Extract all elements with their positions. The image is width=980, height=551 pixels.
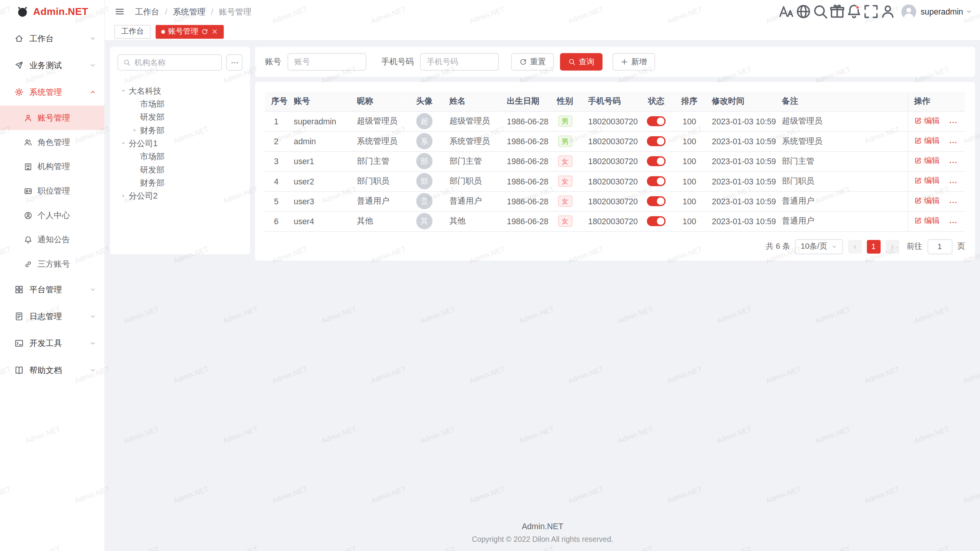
edit-button[interactable]: 编辑 xyxy=(914,176,940,186)
row-more-button[interactable] xyxy=(949,158,957,167)
row-more-button[interactable] xyxy=(949,218,957,227)
tree-node-7[interactable]: 财务部 xyxy=(118,176,243,189)
page-size-select[interactable]: 10条/页 xyxy=(795,239,843,254)
cell-actions: 编辑 xyxy=(908,171,965,191)
sidebar-subitem-2-0[interactable]: 账号管理 xyxy=(0,106,105,130)
tab-1[interactable]: 账号管理 xyxy=(156,24,224,38)
sidebar-subitem-2-5[interactable]: 通知公告 xyxy=(0,227,105,252)
sidebar-subitem-2-6[interactable]: 三方账号 xyxy=(0,252,105,276)
chevron-down-icon xyxy=(89,62,96,69)
goto-page-input[interactable] xyxy=(927,239,952,254)
cell-actions: 编辑 xyxy=(908,111,965,131)
row-more-button[interactable] xyxy=(949,178,957,187)
row-more-button[interactable] xyxy=(949,118,957,127)
sidebar-subitem-2-4[interactable]: 个人中心 xyxy=(0,203,105,228)
fullscreen-icon[interactable] xyxy=(862,3,879,20)
status-toggle[interactable] xyxy=(647,216,666,226)
tree-node-5[interactable]: 市场部 xyxy=(118,150,243,163)
row-more-button[interactable] xyxy=(949,138,957,147)
status-toggle[interactable] xyxy=(647,116,666,126)
caret-down-icon[interactable] xyxy=(119,86,127,95)
breadcrumb-item[interactable]: 账号管理 xyxy=(219,6,252,17)
tabs-bar: 工作台账号管理 xyxy=(105,23,980,41)
account-input[interactable] xyxy=(287,53,366,71)
breadcrumb-item[interactable]: 工作台 xyxy=(135,6,160,17)
sidebar-item-5[interactable]: 开发工具 xyxy=(0,330,105,357)
sidebar-item-6[interactable]: 帮助文档 xyxy=(0,357,105,383)
tree-node-2[interactable]: 研发部 xyxy=(118,111,243,124)
caret-right-icon[interactable] xyxy=(130,126,139,135)
breadcrumb-item[interactable]: 系统管理 xyxy=(173,6,206,17)
cell-sort: 100 xyxy=(673,131,706,151)
edit-button[interactable]: 编辑 xyxy=(914,215,940,226)
cell-index: 5 xyxy=(265,191,287,211)
row-more-button[interactable] xyxy=(949,198,957,207)
help-icon xyxy=(15,365,24,375)
gear-icon xyxy=(15,88,24,97)
edit-button[interactable]: 编辑 xyxy=(914,155,940,166)
cell-sort: 100 xyxy=(673,111,706,131)
tree-node-label: 市场部 xyxy=(140,151,165,162)
add-button[interactable]: 新增 xyxy=(612,53,655,71)
query-button[interactable]: 查询 xyxy=(560,53,603,71)
reset-button[interactable]: 重置 xyxy=(511,53,554,71)
caret-right-icon[interactable] xyxy=(119,191,127,200)
chevron-down-icon xyxy=(89,367,96,373)
sidebar-item-2[interactable]: 系统管理 xyxy=(0,79,105,106)
column-header: 修改时间 xyxy=(706,92,776,111)
cell-remark: 系统管理员 xyxy=(776,131,907,151)
next-page-button[interactable] xyxy=(885,240,899,253)
status-toggle[interactable] xyxy=(647,176,666,186)
gender-tag: 男 xyxy=(558,116,572,127)
close-icon[interactable] xyxy=(211,28,218,35)
column-header: 状态 xyxy=(639,92,673,111)
org-more-button[interactable] xyxy=(226,54,242,70)
prev-page-button[interactable] xyxy=(848,240,862,253)
sidebar-item-1[interactable]: 业务测试 xyxy=(0,52,105,79)
sidebar-subitem-2-1[interactable]: 角色管理 xyxy=(0,130,105,155)
column-header: 账号 xyxy=(287,92,351,111)
status-toggle[interactable] xyxy=(647,196,666,206)
sidebar-subitem-2-3[interactable]: 职位管理 xyxy=(0,179,105,203)
devtools-icon xyxy=(15,339,24,348)
tree-node-6[interactable]: 研发部 xyxy=(118,163,243,176)
column-header: 备注 xyxy=(776,92,907,111)
app-logo[interactable]: Admin.NET xyxy=(0,0,105,23)
tree-node-4[interactable]: 分公司1 xyxy=(118,137,243,150)
tree-node-0[interactable]: 大名科技 xyxy=(118,84,243,97)
bell-icon[interactable] xyxy=(846,3,862,20)
language-icon[interactable] xyxy=(795,3,812,20)
tree-node-3[interactable]: 财务部 xyxy=(118,124,243,137)
cell-birthday: 1986-06-28 xyxy=(501,191,548,211)
theme-icon[interactable] xyxy=(829,3,846,20)
tree-node-1[interactable]: 市场部 xyxy=(118,98,243,111)
edit-icon xyxy=(914,177,922,185)
sidebar-subitem-2-2[interactable]: 机构管理 xyxy=(0,154,105,179)
row-avatar: 其 xyxy=(416,213,432,229)
user-icon[interactable] xyxy=(879,3,896,20)
username[interactable]: superadmin xyxy=(921,7,963,16)
refresh-icon[interactable] xyxy=(201,28,208,35)
sidebar-item-4[interactable]: 日志管理 xyxy=(0,303,105,330)
edit-button[interactable]: 编辑 xyxy=(914,116,940,126)
sidebar-item-3[interactable]: 平台管理 xyxy=(0,276,105,303)
edit-icon xyxy=(914,117,922,125)
search-icon[interactable] xyxy=(812,3,829,20)
status-toggle[interactable] xyxy=(647,136,666,146)
tab-0[interactable]: 工作台 xyxy=(114,24,151,38)
user-chevron-down-icon[interactable] xyxy=(965,8,972,15)
sidebar-item-0[interactable]: 工作台 xyxy=(0,25,105,52)
tree-node-8[interactable]: 分公司2 xyxy=(118,189,243,202)
edit-button[interactable]: 编辑 xyxy=(914,135,940,146)
page-1-button[interactable]: 1 xyxy=(867,240,880,253)
edit-button[interactable]: 编辑 xyxy=(914,196,940,206)
phone-input[interactable] xyxy=(420,53,499,71)
hamburger-menu-icon[interactable] xyxy=(114,6,125,17)
org-search-input[interactable] xyxy=(134,58,216,67)
font-size-icon[interactable] xyxy=(778,3,795,20)
cell-index: 2 xyxy=(265,131,287,151)
caret-down-icon[interactable] xyxy=(119,139,127,148)
user-avatar[interactable] xyxy=(901,4,916,19)
notification-badge xyxy=(856,6,859,10)
status-toggle[interactable] xyxy=(647,156,666,166)
